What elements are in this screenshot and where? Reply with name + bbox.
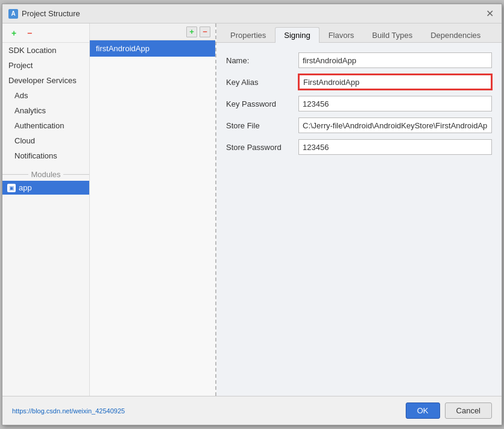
sidebar-item-analytics[interactable]: Analytics — [2, 103, 89, 118]
cancel-button[interactable]: Cancel — [445, 402, 492, 419]
sidebar-item-project[interactable]: Project — [2, 58, 89, 73]
key-password-input[interactable] — [298, 96, 492, 111]
middle-remove-button[interactable]: − — [200, 27, 210, 37]
modules-label: Modules — [31, 170, 60, 179]
left-remove-button[interactable]: − — [23, 27, 36, 40]
module-label: app — [19, 183, 32, 192]
close-button[interactable]: ✕ — [484, 8, 496, 20]
middle-panel: + − firstAndroidApp — [90, 23, 216, 396]
store-file-input[interactable] — [298, 117, 492, 133]
name-row: Name: — [226, 52, 492, 68]
sidebar-item-sdk-location[interactable]: SDK Location — [2, 43, 89, 58]
dialog-title: Project Structure — [22, 9, 80, 18]
title-bar: A Project Structure ✕ — [2, 4, 502, 23]
key-password-label: Key Password — [226, 99, 292, 108]
key-alias-label: Key Alias — [226, 78, 292, 87]
bottom-buttons: OK Cancel — [406, 402, 492, 419]
module-icon: ▣ — [7, 184, 16, 192]
store-password-row: Store Password — [226, 139, 492, 155]
store-password-input[interactable] — [298, 139, 492, 155]
bottom-link[interactable]: https://blog.csdn.net/weixin_42540925 — [12, 407, 125, 415]
project-structure-dialog: A Project Structure ✕ + − SDK Location P… — [2, 4, 502, 425]
sidebar-item-notifications[interactable]: Notifications — [2, 148, 89, 163]
module-item-app[interactable]: ▣ app — [2, 181, 89, 195]
sidebar-item-authentication[interactable]: Authentication — [2, 118, 89, 133]
tab-flavors[interactable]: Flavors — [320, 27, 364, 43]
store-file-label: Store File — [226, 121, 292, 130]
sidebar-item-developer-services[interactable]: Developer Services — [2, 73, 89, 88]
signing-form: Name: Key Alias Key Password Store File — [216, 43, 502, 164]
signing-config-item[interactable]: firstAndroidApp — [90, 40, 215, 57]
main-content: + − SDK Location Project Developer Servi… — [2, 23, 502, 396]
sidebar-item-cloud[interactable]: Cloud — [2, 133, 89, 148]
key-alias-input[interactable] — [298, 74, 492, 90]
store-password-label: Store Password — [226, 143, 292, 152]
modules-separator: Modules — [2, 168, 89, 181]
sidebar-item-ads[interactable]: Ads — [2, 88, 89, 103]
name-input[interactable] — [298, 52, 492, 68]
bottom-bar: https://blog.csdn.net/weixin_42540925 OK… — [2, 396, 502, 425]
key-password-row: Key Password — [226, 96, 492, 111]
right-panel: Properties Signing Flavors Build Types D… — [216, 23, 502, 396]
app-icon: A — [8, 9, 18, 19]
tab-properties[interactable]: Properties — [221, 27, 275, 43]
tabs-bar: Properties Signing Flavors Build Types D… — [216, 23, 502, 43]
left-panel: + − SDK Location Project Developer Servi… — [2, 23, 90, 396]
tab-signing[interactable]: Signing — [275, 27, 319, 43]
middle-add-button[interactable]: + — [186, 27, 197, 37]
name-label: Name: — [226, 56, 292, 65]
ok-button[interactable]: OK — [406, 402, 440, 419]
tab-dependencies[interactable]: Dependencies — [421, 27, 490, 43]
tab-build-types[interactable]: Build Types — [363, 27, 421, 43]
store-file-row: Store File — [226, 117, 492, 133]
middle-toolbar: + − — [90, 23, 215, 40]
title-bar-left: A Project Structure — [8, 9, 80, 19]
key-alias-row: Key Alias — [226, 74, 492, 90]
left-add-button[interactable]: + — [7, 27, 20, 40]
left-toolbar: + − — [2, 23, 89, 43]
